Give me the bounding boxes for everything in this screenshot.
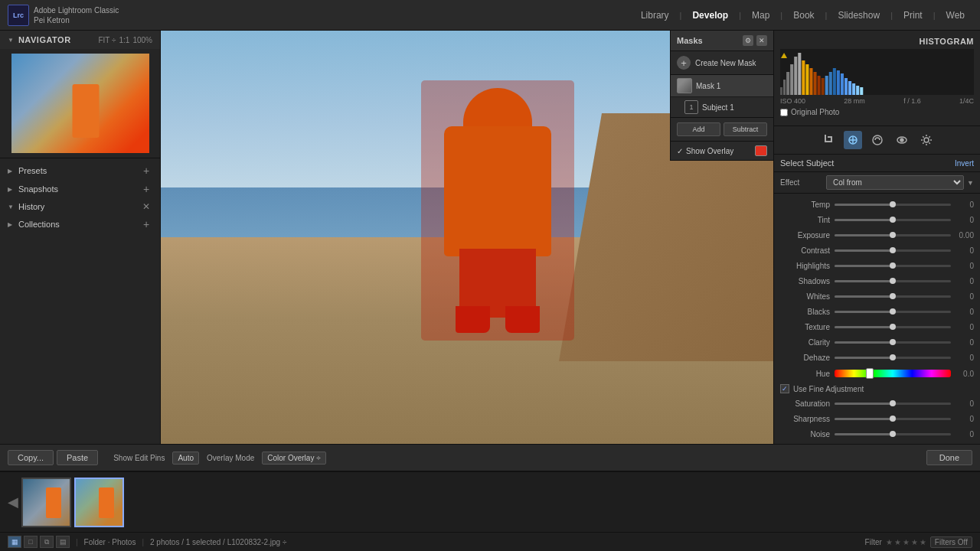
ratio-label[interactable]: 1:1 [119, 36, 130, 44]
history-close-icon[interactable]: ✕ [140, 201, 152, 212]
filter-star-1[interactable]: ★ [886, 538, 893, 546]
svg-rect-18 [848, 81, 851, 95]
nav-print[interactable]: Print [896, 7, 930, 24]
grid-view-button[interactable]: ▦ [8, 536, 21, 548]
sharpness-slider-row: Sharpness 0 [774, 411, 980, 426]
temp-thumb[interactable] [890, 201, 896, 207]
crop-tool-button[interactable] [819, 131, 838, 149]
sharpness-slider-track[interactable] [835, 418, 951, 420]
filter-star-2[interactable]: ★ [894, 538, 901, 546]
noise-thumb[interactable] [890, 431, 896, 437]
nav-slideshow[interactable]: Slideshow [830, 7, 887, 24]
highlights-slider-track[interactable] [835, 265, 951, 267]
invert-button[interactable]: Invert [955, 159, 974, 168]
exposure-value: 1/4C [959, 97, 974, 105]
survey-view-button[interactable]: ▤ [56, 536, 70, 548]
nav-book[interactable]: Book [786, 7, 822, 24]
temp-value: 0 [951, 201, 974, 209]
svg-rect-8 [809, 68, 812, 95]
sidebar-item-history[interactable]: ▼ History ✕ [0, 198, 160, 215]
masks-settings-icon[interactable]: ⚙ [743, 35, 753, 46]
contrast-thumb[interactable] [890, 247, 896, 253]
filmstrip-left-arrow-icon[interactable]: ◀ [8, 494, 18, 510]
texture-slider-track[interactable] [835, 326, 951, 328]
filter-stars: ★ ★ ★ ★ ★ [886, 538, 926, 546]
mask-subtract-button[interactable]: Subtract [724, 122, 767, 136]
nav-map[interactable]: Map [744, 7, 777, 24]
mask-add-button[interactable]: Add [677, 122, 720, 136]
color-overlay-select[interactable]: Color Overlay ÷ [262, 452, 325, 465]
done-button[interactable]: Done [926, 450, 972, 465]
nav-develop[interactable]: Develop [684, 7, 736, 24]
create-new-mask-button[interactable]: + Create New Mask [671, 51, 773, 75]
show-overlay-checkmark[interactable]: ✓ [677, 147, 683, 155]
masks-close-icon[interactable]: ✕ [756, 35, 767, 46]
shadows-value: 0 [951, 277, 974, 285]
navigator-title: Navigator [18, 35, 99, 44]
overlay-color-swatch[interactable] [755, 145, 767, 156]
paste-button[interactable]: Paste [57, 450, 98, 465]
blacks-thumb[interactable] [890, 308, 896, 315]
clarity-value: 0 [951, 338, 974, 347]
sidebar-item-collections[interactable]: ▶ Collections + [0, 215, 160, 233]
filmstrip-thumb-2[interactable] [74, 478, 124, 527]
sidebar-item-presets[interactable]: ▶ Presets + [0, 161, 160, 180]
navigator-header[interactable]: ▼ Navigator FIT ÷ 1:1 100% [0, 31, 160, 49]
clarity-thumb[interactable] [890, 339, 896, 345]
clarity-slider-track[interactable] [835, 341, 951, 344]
fine-adjust-checkbox[interactable]: ✓ [780, 384, 789, 393]
effect-select[interactable]: Col from [826, 175, 964, 190]
settings-tool-button[interactable] [917, 131, 936, 149]
filter-star-5[interactable]: ★ [920, 538, 926, 546]
noise-slider-track[interactable] [835, 433, 951, 435]
sharpness-thumb[interactable] [890, 416, 896, 422]
nav-library[interactable]: Library [633, 7, 677, 24]
temp-slider-track[interactable] [835, 204, 951, 206]
original-photo-checkbox[interactable] [780, 109, 788, 116]
aperture-value: f / 1.6 [903, 97, 921, 105]
saturation-thumb[interactable] [890, 400, 896, 406]
filter-star-4[interactable]: ★ [911, 538, 918, 546]
subject-item-1[interactable]: 1 Subject 1 [671, 97, 773, 117]
snapshots-add-icon[interactable]: + [140, 183, 152, 195]
copy-button[interactable]: Copy... [8, 450, 54, 465]
mask-item-1[interactable]: Mask 1 [671, 75, 773, 97]
hue-slider-track[interactable] [835, 370, 951, 377]
filmstrip-thumb-1[interactable] [21, 478, 71, 527]
mask-tool-button[interactable] [868, 131, 887, 149]
fill-label[interactable]: 100% [132, 36, 152, 44]
exposure-slider-track[interactable] [835, 234, 951, 236]
navigator-section: ▼ Navigator FIT ÷ 1:1 100% [0, 31, 160, 158]
filters-off-label[interactable]: Filters Off [930, 536, 972, 548]
saturation-slider-track[interactable] [835, 403, 951, 405]
blacks-slider-track[interactable] [835, 311, 951, 313]
whites-thumb[interactable] [890, 293, 896, 299]
collections-add-icon[interactable]: + [140, 218, 152, 230]
dehaze-thumb[interactable] [890, 354, 896, 360]
loupe-view-button[interactable]: □ [24, 536, 38, 548]
texture-thumb[interactable] [890, 324, 896, 330]
shadows-thumb[interactable] [890, 278, 896, 284]
heal-tool-button[interactable] [844, 131, 862, 149]
dehaze-slider-track[interactable] [835, 357, 951, 359]
shadows-slider-track[interactable] [835, 280, 951, 282]
hue-thumb[interactable] [866, 368, 874, 379]
tint-thumb[interactable] [890, 217, 896, 223]
whites-slider-track[interactable] [835, 295, 951, 298]
hue-label: Hue [780, 370, 830, 378]
filter-star-3[interactable]: ★ [903, 538, 910, 546]
auto-badge[interactable]: Auto [172, 452, 199, 465]
sidebar-item-snapshots[interactable]: ▶ Snapshots + [0, 180, 160, 198]
highlights-thumb[interactable] [890, 262, 896, 269]
tint-slider-track[interactable] [835, 219, 951, 221]
nav-web[interactable]: Web [939, 7, 972, 24]
contrast-slider-track[interactable] [835, 249, 951, 252]
red-eye-tool-button[interactable] [893, 131, 911, 149]
presets-add-icon[interactable]: + [140, 165, 152, 177]
fit-label[interactable]: FIT ÷ [98, 36, 116, 44]
compare-view-button[interactable]: ⧉ [40, 536, 54, 548]
sharpness-value: 0 [951, 415, 974, 423]
exposure-thumb[interactable] [890, 232, 896, 238]
lr-logo-icon: Lrc [8, 5, 29, 26]
svg-rect-17 [844, 78, 848, 95]
